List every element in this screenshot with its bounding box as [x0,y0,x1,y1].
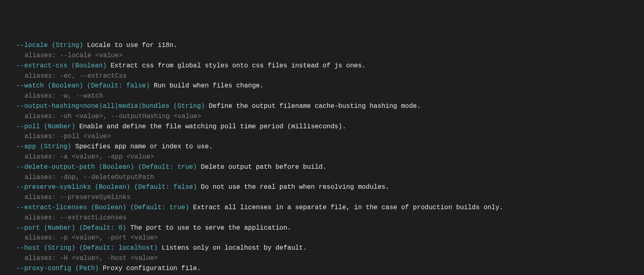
option-line: --app (String) Specifies app name or ind… [16,142,644,152]
option-description: Proxy configuration file. [103,265,201,272]
option-line: --poll (Number) Enable and define the fi… [16,122,644,132]
option-aliases: aliases: -ec, --extractCss [25,72,127,80]
option-aliases: aliases: -w, --watch [25,92,103,100]
option-aliases: aliases: -H <value>, -host <value> [25,255,158,262]
option-line: --watch (Boolean) (Default: false) Run b… [16,81,644,91]
option-default: (Default: localhost) [79,244,158,252]
alias-line: aliases: -pc <value>, --proxyConfig <val… [16,274,644,275]
option-description: Listens only on localhost by default. [162,244,307,252]
option-aliases: aliases: --locale <value> [25,52,123,59]
alias-line: aliases: -poll <value> [16,132,644,142]
option-flag: --output-hashing=none|all|media|bundles [16,103,169,110]
terminal-output: --locale (String) Locale to use for i18n… [0,40,644,275]
option-description: Run build when files change. [154,82,264,89]
option-line: --proxy-config (Path) Proxy configuratio… [16,264,644,274]
option-default: (Default: true) [130,204,189,211]
option-default: (Default: true) [138,163,197,171]
option-flag: --extract-licenses [16,204,87,211]
option-line: --extract-css (Boolean) Extract css from… [16,61,644,71]
option-type: (Boolean) [48,82,83,89]
alias-line: aliases: -ec, --extractCss [16,71,644,81]
option-flag: --port [16,224,40,232]
alias-line: aliases: -oh <value>, --outputHashing <v… [16,112,644,122]
option-description: Extract css from global styles onto css … [110,62,366,69]
option-type: (Boolean) [99,163,134,171]
option-type: (Path) [75,265,99,272]
option-line: --output-hashing=none|all|media|bundles … [16,101,644,112]
option-flag: --extract-css [16,62,67,69]
alias-line: aliases: -w, --watch [16,91,644,101]
option-description: Define the output filename cache-busting… [209,103,421,110]
alias-line: aliases: -dop, --deleteOutputPath [16,172,644,183]
alias-line: aliases: -H <value>, -host <value> [16,253,644,264]
option-default: (Default: false) [134,183,197,191]
option-aliases: aliases: --extractLicenses [25,214,127,221]
alias-line: aliases: -a <value>, -app <value> [16,152,644,162]
option-default: (Default: 0) [79,224,126,232]
option-line: --locale (String) Locale to use for i18n… [16,40,644,51]
option-description: Enable and define the file watching poll… [79,123,346,130]
option-type: (Boolean) [91,204,126,211]
option-type: (String) [44,244,75,252]
option-flag: --app [16,143,36,150]
option-description: Do not use the real path when resolving … [201,183,389,191]
option-aliases: aliases: -a <value>, -app <value> [25,153,154,161]
option-flag: --watch [16,82,44,89]
option-line: --host (String) (Default: localhost) Lis… [16,243,644,253]
option-aliases: aliases: -dop, --deleteOutputPath [25,174,154,181]
option-line: --extract-licenses (Boolean) (Default: t… [16,203,644,213]
option-description: Specifies app name or index to use. [75,143,213,150]
option-flag: --poll [16,123,40,130]
option-aliases: aliases: -poll <value> [25,133,111,140]
option-flag: --preserve-symlinks [16,183,91,191]
option-type: (String) [173,103,205,110]
option-type: (Number) [44,123,75,130]
option-aliases: aliases: -oh <value>, --outputHashing <v… [25,113,201,120]
option-line: --port (Number) (Default: 0) The port to… [16,223,644,233]
option-description: Extract all licenses in a separate file,… [193,204,503,211]
option-flag: --delete-output-path [16,163,95,171]
alias-line: aliases: --locale <value> [16,51,644,61]
option-type: (String) [40,143,72,150]
alias-line: aliases: --extractLicenses [16,213,644,223]
option-aliases: aliases: --preserveSymlinks [25,194,130,201]
alias-line: aliases: --preserveSymlinks [16,192,644,203]
option-flag: --locale [16,42,48,49]
option-type: (Boolean) [95,183,130,191]
option-flag: --proxy-config [16,265,71,272]
option-description: The port to use to serve the application… [130,224,291,232]
alias-line: aliases: -p <value>, -port <value> [16,233,644,243]
option-aliases: aliases: -p <value>, -port <value> [25,234,158,241]
option-line: --delete-output-path (Boolean) (Default:… [16,162,644,172]
option-flag: --host [16,244,40,252]
option-type: (Number) [44,224,75,232]
option-default: (Default: false) [87,82,150,89]
option-description: Locale to use for i18n. [87,42,177,49]
option-type: (String) [52,42,83,49]
option-description: Delete output path before build. [201,163,326,171]
option-type: (Boolean) [71,62,106,69]
option-line: --preserve-symlinks (Boolean) (Default: … [16,182,644,192]
